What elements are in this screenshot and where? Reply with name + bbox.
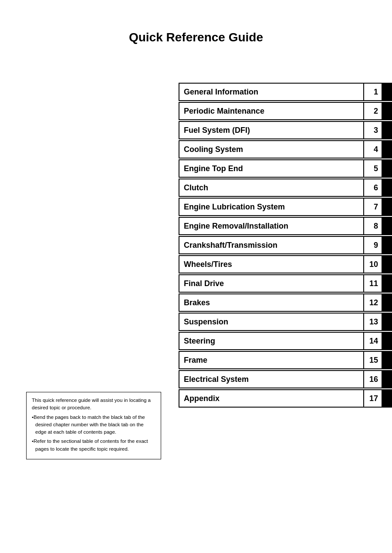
toc-item-label: Fuel System (DFI) xyxy=(179,122,364,138)
toc-item-number: 3 xyxy=(364,122,382,138)
toc-item: Clutch6 xyxy=(179,179,392,197)
toc-item-number: 13 xyxy=(364,314,382,330)
toc-item-label: Crankshaft/Transmission xyxy=(179,237,364,253)
toc-item-label: Engine Top End xyxy=(179,160,364,177)
toc-item-label: Steering xyxy=(179,333,364,349)
toc-item: Wheels/Tires10 xyxy=(179,255,392,273)
toc-item-tab xyxy=(382,141,391,158)
toc-item: Brakes12 xyxy=(179,293,392,312)
toc-container: General Information1Periodic Maintenance… xyxy=(179,83,392,408)
toc-item: Engine Top End5 xyxy=(179,159,392,178)
toc-item-number: 9 xyxy=(364,237,382,253)
toc-item: Electrical System16 xyxy=(179,370,392,388)
toc-item-label: Suspension xyxy=(179,314,364,330)
toc-item-number: 6 xyxy=(364,179,382,196)
toc-item-tab xyxy=(382,275,391,292)
toc-item-tab xyxy=(382,199,391,215)
toc-item-label: Appendix xyxy=(179,390,364,407)
page-title: Quick Reference Guide xyxy=(0,0,392,71)
toc-item: Crankshaft/Transmission9 xyxy=(179,236,392,254)
toc-item-number: 4 xyxy=(364,141,382,158)
toc-item-number: 7 xyxy=(364,199,382,215)
toc-item-tab xyxy=(382,314,391,330)
toc-item-number: 15 xyxy=(364,352,382,368)
toc-item-label: Engine Lubrication System xyxy=(179,199,364,215)
toc-item-tab xyxy=(382,237,391,253)
toc-item-tab xyxy=(382,84,391,100)
toc-item-tab xyxy=(382,218,391,234)
toc-item: Steering14 xyxy=(179,332,392,350)
note-box: This quick reference guide will assist y… xyxy=(26,392,161,459)
toc-item: Fuel System (DFI)3 xyxy=(179,121,392,139)
toc-item-number: 14 xyxy=(364,333,382,349)
toc-item-tab xyxy=(382,160,391,177)
toc-item-label: Wheels/Tires xyxy=(179,256,364,273)
toc-item: Final Drive11 xyxy=(179,274,392,293)
toc-item-label: Engine Removal/Installation xyxy=(179,218,364,234)
toc-item-label: Frame xyxy=(179,352,364,368)
toc-item-label: Final Drive xyxy=(179,275,364,292)
toc-item: Engine Removal/Installation8 xyxy=(179,217,392,235)
toc-item-number: 17 xyxy=(364,390,382,407)
toc-item-label: Clutch xyxy=(179,179,364,196)
note-bullet-1: •Bend the pages back to match the black … xyxy=(32,414,155,436)
toc-item-number: 5 xyxy=(364,160,382,177)
toc-item-tab xyxy=(382,390,391,407)
toc-item-label: Electrical System xyxy=(179,371,364,388)
toc-item-tab xyxy=(382,352,391,368)
toc-item-number: 8 xyxy=(364,218,382,234)
toc-item-number: 12 xyxy=(364,294,382,311)
toc-item: Frame15 xyxy=(179,351,392,369)
toc-item: Engine Lubrication System7 xyxy=(179,198,392,216)
toc-item-number: 2 xyxy=(364,103,382,119)
toc-item-tab xyxy=(382,256,391,273)
toc-item-label: Cooling System xyxy=(179,141,364,158)
toc-item-tab xyxy=(382,103,391,119)
toc-item-tab xyxy=(382,294,391,311)
toc-item-tab xyxy=(382,333,391,349)
toc-item-tab xyxy=(382,179,391,196)
toc-item-label: General Information xyxy=(179,84,364,100)
toc-item: General Information1 xyxy=(179,83,392,101)
toc-item-number: 11 xyxy=(364,275,382,292)
toc-item-tab xyxy=(382,122,391,138)
toc-item: Suspension13 xyxy=(179,313,392,331)
toc-item: Periodic Maintenance2 xyxy=(179,102,392,120)
toc-item-number: 10 xyxy=(364,256,382,273)
toc-item-label: Brakes xyxy=(179,294,364,311)
toc-item: Cooling System4 xyxy=(179,140,392,158)
note-bullet-2: •Refer to the sectional table of content… xyxy=(32,438,155,453)
toc-item-label: Periodic Maintenance xyxy=(179,103,364,119)
toc-item: Appendix17 xyxy=(179,389,392,408)
toc-item-number: 16 xyxy=(364,371,382,388)
toc-item-tab xyxy=(382,371,391,388)
toc-item-number: 1 xyxy=(364,84,382,100)
note-intro: This quick reference guide will assist y… xyxy=(32,397,155,412)
